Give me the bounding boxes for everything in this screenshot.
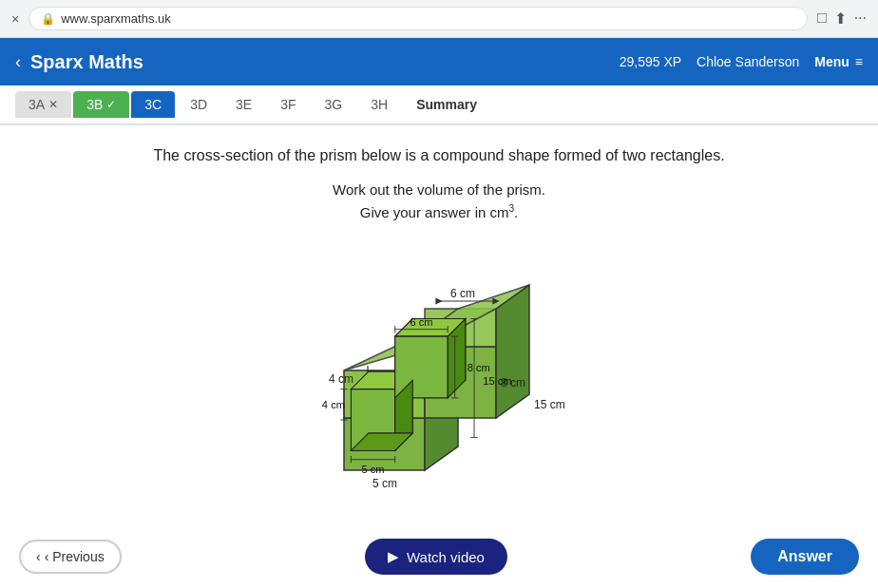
browser-actions: □ ⬆ ··· [817,9,867,28]
tab-3G[interactable]: 3G [312,91,356,118]
tab-3H-label: 3H [371,97,388,112]
hamburger-icon: ≡ [855,54,863,69]
app-header: ‹ Sparx Maths 29,595 XP Chloe Sanderson … [0,38,878,85]
tab-summary[interactable]: Summary [403,91,490,118]
tab-3B[interactable]: 3B ✓ [73,91,129,118]
tab-summary-label: Summary [416,97,477,112]
prev-chevron-icon: ‹ [36,549,41,564]
tab-3B-label: 3B [86,97,103,112]
tab-3C[interactable]: 3C [131,91,175,118]
main-content: The cross-section of the prism below is … [0,125,878,529]
previous-button[interactable]: ‹ ‹ Previous [19,540,122,574]
watch-video-button[interactable]: ▶ Watch video [365,539,507,575]
watch-video-label: Watch video [407,549,485,565]
svg-marker-16 [395,336,449,398]
label-4cm: 4 cm [322,399,345,410]
header-right: 29,595 XP Chloe Sanderson Menu ≡ [620,54,863,69]
label-6cm: 6 cm [410,315,432,327]
tab-3A-label: 3A [29,97,45,112]
address-bar[interactable]: 🔒 www.sparxmaths.uk [29,7,808,30]
work-instruction: Work out the volume of the prism. Give y… [333,179,545,224]
close-tab-button[interactable]: × [11,11,19,27]
bottom-controls: ‹ ‹ Previous ▶ Watch video Answer [0,529,878,588]
instruction-line1: Work out the volume of the prism. [333,181,545,198]
tab-3F-label: 3F [280,97,296,112]
user-name: Chloe Sanderson [697,54,799,69]
label-5cm: 5 cm [362,463,385,474]
prism-diagram: 6 cm 4 cm 8 cm 15 cm 5 cm [277,239,601,529]
answer-label: Answer [777,548,832,564]
answer-button[interactable]: Answer [751,539,859,575]
question-intro: The cross-section of the prism below is … [153,144,724,167]
app-title: Sparx Maths [30,51,143,73]
browser-chrome: × 🔒 www.sparxmaths.uk □ ⬆ ··· [0,0,878,38]
video-icon: ▶ [388,548,399,565]
header-left: ‹ Sparx Maths [15,51,143,73]
tab-3D[interactable]: 3D [177,91,220,118]
tab-navigation: 3A ✕ 3B ✓ 3C 3D 3E 3F 3G 3H Summary [0,85,878,125]
tab-3A[interactable]: 3A ✕ [15,91,71,118]
url-text: www.sparxmaths.uk [61,11,171,26]
tab-3A-status: ✕ [48,98,58,111]
previous-label: ‹ Previous [45,549,105,564]
tab-3H[interactable]: 3H [357,91,401,118]
tab-3D-label: 3D [190,97,207,112]
tab-3E-label: 3E [236,97,252,112]
prism-main-svg: 6 cm 4 cm 8 cm 15 cm [296,266,582,503]
xp-label: 29,595 XP [620,54,681,69]
tab-3B-status: ✓ [106,98,116,111]
tab-3F[interactable]: 3F [267,91,309,118]
back-button[interactable]: ‹ [15,52,21,72]
share-icon[interactable]: ⬆ [834,9,847,28]
app-container: ‹ Sparx Maths 29,595 XP Chloe Sanderson … [0,38,878,588]
instruction-line2: Give your answer in cm3. [360,204,518,220]
tab-3C-label: 3C [144,97,162,112]
menu-label: Menu [814,54,849,69]
tab-3G-label: 3G [325,97,343,112]
tab-3E[interactable]: 3E [222,91,265,118]
bookmark-icon[interactable]: □ [817,9,827,28]
label-8cm: 8 cm [468,362,490,373]
more-icon[interactable]: ··· [854,9,867,28]
label-15cm: 15 cm [483,375,511,387]
lock-icon: 🔒 [41,12,55,26]
menu-button[interactable]: Menu ≡ [814,54,863,69]
